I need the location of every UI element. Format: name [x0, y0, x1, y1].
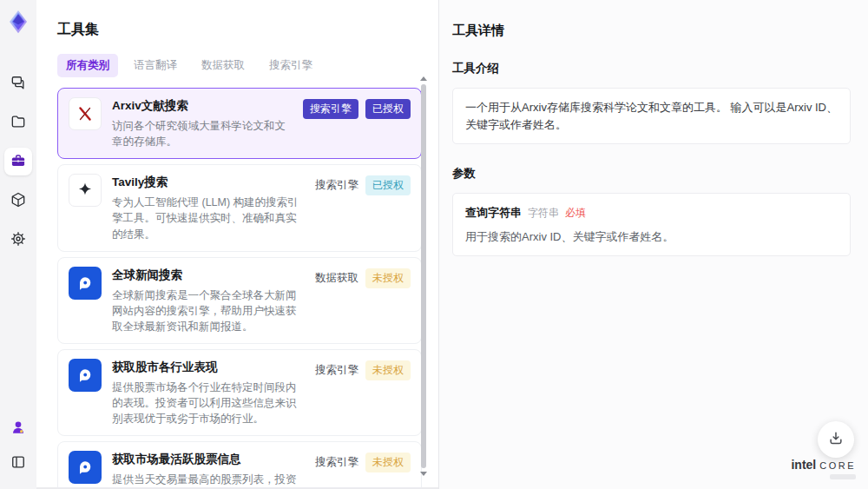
app-window: 工具集 所有类别语言翻译数据获取搜索引擎 Arxiv文献搜索 访问各个研究领域大…	[0, 0, 868, 489]
param-row: 查询字符串 字符串 必填 用于搜索的Arxiv ID、关键字或作者姓名。	[465, 204, 838, 245]
sidebar-item-files[interactable]	[4, 109, 32, 136]
tool-tags: 数据获取 未授权	[315, 267, 411, 334]
detail-panel: 工具详情 工具介绍 一个用于从Arxiv存储库搜索科学论文和文章的工具。 输入可…	[438, 0, 868, 489]
tool-tags: 搜索引擎 未授权	[315, 451, 411, 488]
tool-description: 专为人工智能代理 (LLM) 构建的搜索引擎工具。可快速提供实时、准确和真实的结…	[112, 195, 305, 241]
tool-category-tag: 搜索引擎	[315, 360, 358, 380]
tool-name: 获取市场最活跃股票信息	[112, 452, 305, 467]
tool-list-item[interactable]: Tavily搜索 专为人工智能代理 (LLM) 构建的搜索引擎工具。可快速提供实…	[57, 164, 422, 251]
detail-title: 工具详情	[452, 23, 851, 39]
sidebar-item-chat[interactable]	[4, 69, 32, 97]
tool-auth-badge: 已授权	[365, 99, 411, 119]
main-area: 工具集 所有类别语言翻译数据获取搜索引擎 Arxiv文献搜索 访问各个研究领域大…	[36, 0, 868, 489]
category-tab[interactable]: 语言翻译	[125, 54, 186, 77]
tool-list-item[interactable]: 全球新闻搜索 全球新闻搜索是一个聚合全球各大新闻网站内容的搜索引擎，帮助用户快速…	[57, 257, 422, 344]
tool-category-tag: 搜索引擎	[315, 453, 358, 472]
tool-name: Tavily搜索	[112, 175, 305, 190]
folder-icon	[10, 113, 27, 133]
param-description: 用于搜索的Arxiv ID、关键字或作者姓名。	[465, 228, 838, 246]
scrollbar-thumb[interactable]	[421, 84, 426, 468]
tool-tags: 搜索引擎 已授权	[303, 97, 411, 149]
tool-body: Arxiv文献搜索 访问各个研究领域大量科学论文和文章的存储库。	[112, 97, 293, 149]
page-title: 工具集	[57, 21, 438, 39]
tool-name: Arxiv文献搜索	[112, 98, 293, 114]
tool-body: 全球新闻搜索 全球新闻搜索是一个聚合全球各大新闻网站内容的搜索引擎，帮助用户快速…	[112, 267, 305, 334]
tool-list-item[interactable]: Arxiv文献搜索 访问各个研究领域大量科学论文和文章的存储库。 搜索引擎 已授…	[57, 88, 422, 159]
tab-label: 所有类别	[66, 59, 109, 71]
download-icon	[827, 430, 845, 450]
tool-body: Tavily搜索 专为人工智能代理 (LLM) 构建的搜索引擎工具。可快速提供实…	[112, 174, 305, 241]
param-type: 字符串	[528, 205, 559, 221]
tool-category-tag: 搜索引擎	[303, 99, 358, 119]
tool-list-item[interactable]: 获取市场最活跃股票信息 提供当天交易量最高的股票列表，投资者可以利用这些信息来识…	[57, 441, 422, 488]
tool-description: 提供当天交易量最高的股票列表，投资者可以利用这些信息来识别流动性强的股票和潜在的…	[112, 472, 305, 488]
sidebar-bottom	[4, 414, 32, 477]
tab-label: 数据获取	[201, 59, 245, 71]
tool-tags: 搜索引擎 未授权	[315, 359, 411, 426]
tool-body: 获取市场最活跃股票信息 提供当天交易量最高的股票列表，投资者可以利用这些信息来识…	[112, 451, 305, 488]
app-logo-icon[interactable]	[5, 9, 31, 35]
chat-icon	[10, 74, 27, 94]
news-bubble-icon	[69, 359, 102, 392]
scroll-up-icon[interactable]	[420, 76, 427, 81]
tool-list-item[interactable]: 获取股市各行业表现 提供股票市场各个行业在特定时间段内的表现。投资者可以利用这些…	[57, 349, 422, 436]
sidebar-item-profile[interactable]	[4, 414, 32, 442]
tool-tags: 搜索引擎 已授权	[315, 174, 411, 241]
sidebar	[0, 0, 36, 489]
gear-icon	[10, 230, 27, 250]
sidebar-item-models[interactable]	[4, 187, 32, 215]
tool-category-tag: 搜索引擎	[315, 175, 358, 195]
tool-name: 全球新闻搜索	[112, 268, 305, 283]
tool-auth-badge: 已授权	[365, 175, 411, 195]
params-box: 查询字符串 字符串 必填 用于搜索的Arxiv ID、关键字或作者姓名。	[452, 193, 851, 256]
sidebar-item-settings[interactable]	[4, 226, 32, 254]
tool-auth-badge: 未授权	[365, 268, 411, 288]
tool-name: 获取股市各行业表现	[112, 360, 305, 375]
category-tab[interactable]: 搜索引擎	[260, 54, 321, 77]
intel-brand-text: intel	[791, 458, 816, 472]
news-bubble-icon	[69, 451, 102, 484]
tab-label: 搜索引擎	[269, 59, 312, 71]
scroll-down-icon[interactable]	[420, 472, 427, 476]
tool-description: 提供股票市场各个行业在特定时间段内的表现。投资者可以利用这些信息来识别表现优于或…	[112, 380, 305, 426]
cube-icon	[10, 191, 27, 211]
download-button[interactable]	[818, 421, 854, 458]
tool-auth-badge: 未授权	[365, 453, 411, 472]
tool-description: 访问各个研究领域大量科学论文和文章的存储库。	[112, 118, 293, 149]
arxiv-logo-icon	[69, 97, 102, 130]
tab-label: 语言翻译	[134, 59, 177, 71]
category-tab[interactable]: 所有类别	[57, 54, 118, 77]
params-heading: 参数	[452, 166, 851, 182]
tool-body: 获取股市各行业表现 提供股票市场各个行业在特定时间段内的表现。投资者可以利用这些…	[112, 359, 305, 426]
tool-intro-text: 一个用于从Arxiv存储库搜索科学论文和文章的工具。 输入可以是Arxiv ID…	[452, 88, 851, 144]
param-head: 查询字符串 字符串 必填	[465, 204, 838, 221]
tools-panel: 工具集 所有类别语言翻译数据获取搜索引擎 Arxiv文献搜索 访问各个研究领域大…	[36, 0, 438, 489]
intel-core-logo: intelCORE	[791, 457, 856, 479]
tool-auth-badge: 未授权	[365, 360, 411, 380]
sidebar-item-tools[interactable]	[4, 148, 32, 175]
star-icon	[69, 174, 102, 207]
sidebar-item-collapse[interactable]	[4, 449, 32, 477]
scrollbar[interactable]	[419, 76, 428, 476]
intel-core-subtext	[830, 474, 856, 479]
tool-list: Arxiv文献搜索 访问各个研究领域大量科学论文和文章的存储库。 搜索引擎 已授…	[57, 88, 422, 488]
panel-collapse-icon	[10, 453, 27, 473]
param-name: 查询字符串	[465, 204, 522, 221]
toolbox-icon	[10, 152, 27, 172]
tool-category-tag: 数据获取	[315, 268, 358, 288]
category-tabs: 所有类别语言翻译数据获取搜索引擎	[57, 54, 438, 77]
news-bubble-icon	[69, 267, 102, 300]
core-brand-text: CORE	[819, 460, 856, 471]
user-icon	[10, 419, 27, 439]
intro-heading: 工具介绍	[452, 61, 851, 76]
param-required: 必填	[565, 205, 586, 221]
tool-description: 全球新闻搜索是一个聚合全球各大新闻网站内容的搜索引擎，帮助用户快速获取全球最新资…	[112, 287, 305, 334]
category-tab[interactable]: 数据获取	[193, 54, 253, 77]
